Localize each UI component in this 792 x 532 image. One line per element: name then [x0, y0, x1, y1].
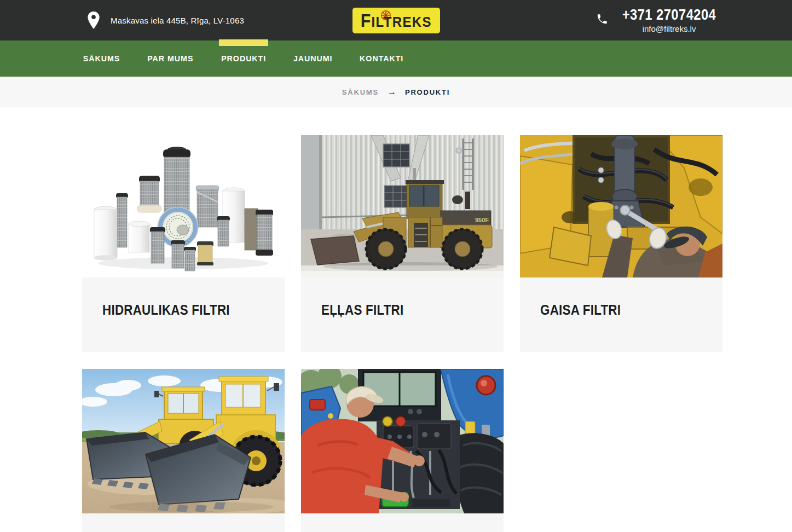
mechanic-service-image [520, 135, 722, 277]
nav-item-kontakti[interactable]: KONTAKTI [359, 54, 404, 63]
product-card-gaisa-filtri[interactable]: GAISA FILTRI [520, 135, 722, 352]
logo-wordmark: FILTREKS [360, 11, 431, 30]
nav-item-par-mums[interactable]: PAR MUMS [146, 54, 195, 63]
nav-link-jaunumi[interactable]: JAUNUMI [293, 54, 333, 63]
location-pin-icon [86, 11, 101, 30]
product-card-ellas-filtri[interactable]: 950F EĻĻAS FILTRI [301, 135, 504, 352]
top-bar: Maskavas iela 445B, Rīga, LV-1063 FILTRE… [0, 0, 792, 41]
card-label-block [82, 513, 285, 532]
machine-model-label: 950F [475, 217, 489, 223]
nav-link-kontakti[interactable]: KONTAKTI [360, 54, 403, 63]
products-section: HIDRAULIKAS FILTRI [0, 107, 792, 532]
nav-item-jaunumi[interactable]: JAUNUMI [292, 54, 333, 63]
address-block: Maskavas iela 445B, Rīga, LV-1063 [0, 11, 352, 30]
nav-item-produkti[interactable]: PRODUKTI [220, 54, 267, 63]
breadcrumb: SĀKUMS → PRODUKTI [0, 77, 792, 107]
phone-icon [596, 13, 608, 27]
nav-link-par-mums[interactable]: PAR MUMS [147, 54, 193, 63]
company-address: Maskavas iela 445B, Rīga, LV-1063 [111, 16, 244, 25]
product-title: EĻĻAS FILTRI [321, 302, 404, 319]
filtreks-logo[interactable]: FILTREKS [352, 8, 440, 33]
breadcrumb-home-link[interactable]: SĀKUMS [342, 88, 379, 96]
nav-item-sakums[interactable]: SĀKUMS [82, 54, 121, 63]
card-label-block: EĻĻAS FILTRI [301, 277, 504, 352]
two-wheel-loaders-image [82, 369, 285, 513]
phone-number[interactable]: +371 27074204 [622, 7, 716, 24]
email-address[interactable]: info@filtreks.lv [643, 24, 696, 33]
breadcrumb-current: PRODUKTI [405, 88, 450, 96]
card-label-block: HIDRAULIKAS FILTRI [82, 277, 285, 352]
product-card-row2-middle[interactable] [301, 369, 504, 532]
nav-link-sakums[interactable]: SĀKUMS [83, 54, 120, 63]
product-grid: HIDRAULIKAS FILTRI [82, 135, 725, 532]
nav-link-produkti[interactable]: PRODUKTI [221, 54, 266, 63]
product-card-row2-left[interactable] [82, 369, 285, 532]
product-title: HIDRAULIKAS FILTRI [102, 302, 230, 319]
breadcrumb-arrow-icon: → [388, 87, 396, 97]
contact-block: +371 27074204 info@filtreks.lv [440, 7, 792, 33]
product-card-hidraulikas-filtri[interactable]: HIDRAULIKAS FILTRI [82, 135, 285, 352]
tractor-mechanic-image [301, 369, 504, 513]
card-label-block: GAISA FILTRI [520, 277, 722, 352]
main-navigation: SĀKUMS PAR MUMS PRODUKTI JAUNUMI KONTAKT… [0, 41, 792, 77]
wheel-loader-workshop-image: 950F [301, 135, 504, 277]
product-title: GAISA FILTRI [540, 302, 621, 319]
card-label-block [301, 513, 504, 532]
hydraulic-filters-image [82, 135, 285, 277]
